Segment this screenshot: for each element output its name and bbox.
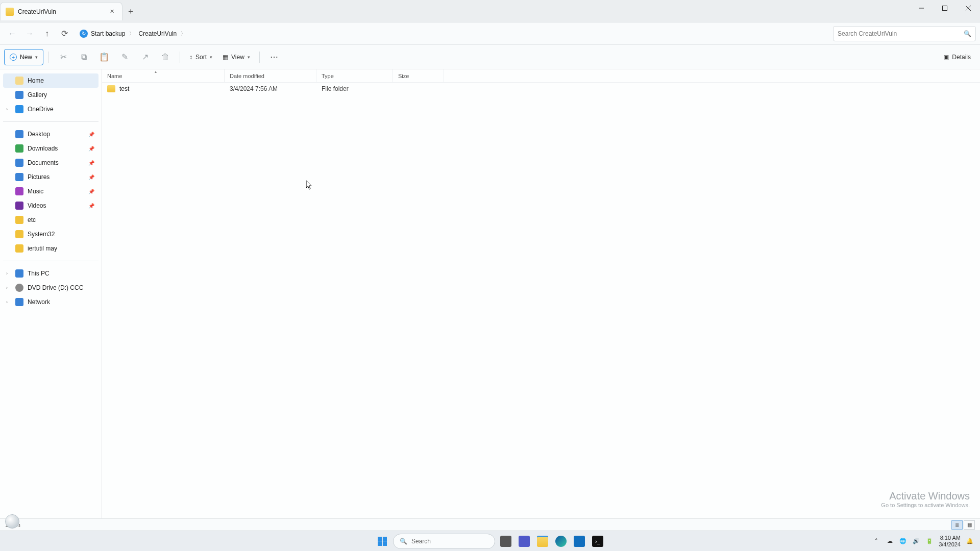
task-view-button[interactable] [498,534,513,549]
pin-icon: 📌 [88,189,94,194]
command-bar: + New ▾ ✂ ⧉ 📋 ✎ ↗ 🗑 ↕ Sort ▾ ▦ View ▾ ⋯ … [0,45,980,69]
details-icon: ▣ [943,54,949,61]
chevron-right-icon[interactable]: › [6,285,8,290]
battery-tray-icon[interactable]: 🔋 [925,538,934,544]
details-pane-toggle[interactable]: ▣ Details [938,49,976,65]
terminal-app-button[interactable]: ›_ [590,534,605,549]
onedrive-tray-icon[interactable]: ☁ [886,538,894,544]
thumbnails-view-button[interactable]: ▦ [964,520,975,530]
new-button[interactable]: + New ▾ [4,49,43,65]
sidebar-item-label: This PC [28,270,50,277]
paste-button[interactable]: 📋 [95,49,113,65]
details-view-button[interactable]: ≣ [951,520,963,530]
sidebar-item[interactable]: iertutil may [3,241,99,256]
sidebar-item-label: Home [28,77,44,84]
sidebar-item[interactable]: Documents📌 [3,156,99,170]
sidebar-item[interactable]: Desktop📌 [3,127,99,141]
view-icon: ▦ [223,54,228,61]
sidebar-item[interactable]: ›OneDrive [3,102,99,116]
breadcrumb-root[interactable]: ↻ Start backup [77,28,128,40]
column-type[interactable]: Type [316,69,393,82]
net-icon [15,298,23,306]
store-app-button[interactable] [572,534,587,549]
sidebar-item[interactable]: Pictures📌 [3,170,99,184]
more-button[interactable]: ⋯ [265,49,283,65]
view-button[interactable]: ▦ View ▾ [218,49,254,65]
divider [3,121,99,122]
taskbar-search[interactable]: 🔍 Search [393,534,495,549]
taskbar-clock[interactable]: 8:10 AM 3/4/2024 [939,535,961,547]
breadcrumb-current[interactable]: CreateUriVuln [135,28,180,39]
tab-close-button[interactable]: ✕ [107,7,117,17]
chevron-right-icon[interactable]: 〉 [180,30,187,37]
column-size[interactable]: Size [393,69,444,82]
doc-icon [15,159,23,167]
window-tab[interactable]: CreateUriVuln ✕ [0,2,122,20]
delete-button[interactable]: 🗑 [156,49,175,65]
chevron-right-icon[interactable]: › [6,271,8,276]
plus-icon: + [10,54,17,61]
tray-overflow-icon[interactable]: ˄ [872,538,880,544]
pin-icon: 📌 [88,132,94,137]
cut-button[interactable]: ✂ [54,49,72,65]
back-button[interactable]: ← [4,26,20,42]
file-rows[interactable]: test3/4/2024 7:56 AMFile folder [102,83,980,518]
pin-icon: 📌 [88,160,94,166]
activation-watermark: Activate Windows Go to Settings to activ… [881,490,970,508]
sidebar-item[interactable]: ›Network [3,295,99,309]
pc-icon [15,269,23,278]
volume-tray-icon[interactable]: 🔊 [912,538,920,544]
sidebar-item[interactable]: etc [3,213,99,227]
column-name[interactable]: Name ▴ [102,69,225,82]
sidebar-item[interactable]: ›DVD Drive (D:) CCC [3,281,99,295]
up-button[interactable]: ↑ [39,26,55,42]
cloud-icon [15,105,23,113]
copy-button[interactable]: ⧉ [75,49,93,65]
notifications-tray-icon[interactable]: 🔔 [966,538,974,544]
search-input[interactable] [838,30,964,37]
teams-app-button[interactable] [517,534,532,549]
column-label: Name [107,73,122,79]
taskbar: 🔍 Search ›_ ˄ ☁ 🌐 🔊 🔋 8:10 AM 3/4/2024 🔔 [0,531,980,551]
refresh-button[interactable]: ⟳ [56,26,72,42]
column-date[interactable]: Date modified [225,69,316,82]
sidebar-item[interactable]: Gallery [3,88,99,102]
breadcrumbs[interactable]: ↻ Start backup 〉 CreateUriVuln 〉 [74,26,832,42]
sidebar-item[interactable]: Home [3,73,99,88]
close-button[interactable] [957,0,980,16]
file-explorer-app-button[interactable] [535,534,550,549]
sidebar-item[interactable]: Music📌 [3,184,99,198]
breadcrumb-label: Start backup [91,30,125,37]
chevron-right-icon[interactable]: 〉 [128,30,135,37]
sidebar-item[interactable]: Downloads📌 [3,141,99,156]
search-icon: 🔍 [400,538,407,545]
music-icon [15,187,23,195]
minimize-button[interactable] [910,0,933,16]
sidebar-item-label: DVD Drive (D:) CCC [28,284,83,291]
recycle-bin-icon[interactable] [5,514,19,529]
file-list-pane[interactable]: Name ▴ Date modified Type Size test3/4/2… [102,69,980,518]
chevron-right-icon[interactable]: › [6,299,8,305]
share-button[interactable]: ↗ [136,49,154,65]
system-tray[interactable]: ˄ ☁ 🌐 🔊 🔋 8:10 AM 3/4/2024 🔔 [872,535,977,547]
sidebar-item-label: OneDrive [28,106,54,113]
language-tray-icon[interactable]: 🌐 [899,538,907,544]
rename-button[interactable]: ✎ [115,49,134,65]
tray-time: 8:10 AM [939,535,961,541]
sidebar-item[interactable]: System32 [3,227,99,241]
maximize-button[interactable] [933,0,957,16]
sidebar-item-label: etc [28,216,36,223]
sidebar-item[interactable]: Videos📌 [3,198,99,213]
edge-app-button[interactable] [553,534,569,549]
sort-button[interactable]: ↕ Sort ▾ [185,49,216,65]
sidebar-item[interactable]: ›This PC [3,266,99,281]
sidebar-item-label: Downloads [28,145,58,152]
start-button[interactable] [375,534,390,549]
new-tab-button[interactable]: ＋ [122,3,139,19]
chevron-right-icon[interactable]: › [6,107,8,112]
search-box[interactable]: 🔍 [833,26,976,41]
vid-icon [15,202,23,210]
navigation-pane[interactable]: HomeGallery›OneDrive Desktop📌Downloads📌D… [0,69,102,518]
file-row[interactable]: test3/4/2024 7:56 AMFile folder [102,83,980,95]
forward-button[interactable]: → [21,26,38,42]
